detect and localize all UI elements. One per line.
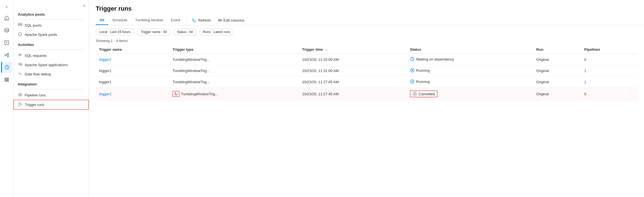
sidebar-item-trigger-runs[interactable]: Trigger runs [13,100,89,110]
svg-rect-1 [5,41,9,45]
sidebar-item-spark-pools[interactable]: Apache Spark pools [13,30,89,39]
edit-columns-icon [218,18,222,22]
svg-rect-14 [18,25,22,26]
svg-point-34 [412,70,413,71]
col-trigger-type: Trigger type [169,45,299,54]
filter-trigger-name[interactable]: Trigger name : All [137,29,170,35]
integrate-icon[interactable] [1,49,12,61]
sidebar-item-sql-requests[interactable]: SQL requests [13,51,89,60]
cell-pipelines: 1 [581,77,637,88]
cell-trigger-name[interactable]: trigger2 [96,54,169,65]
section-activities-title: Activities [13,39,89,48]
filter-runs[interactable]: Runs : Latest runs [199,29,234,35]
waiting-icon [410,57,414,61]
edit-columns-button[interactable]: Edit columns [214,17,248,24]
cell-run: Original [533,88,581,100]
col-pipelines: Pipelines [581,45,637,54]
svg-point-23 [19,93,22,96]
sidebar-item-data-flow[interactable]: Data flow debug [13,69,89,79]
rerun-icon[interactable] [173,91,179,97]
svg-rect-10 [5,78,9,79]
sidebar-collapse-bar: « [13,0,89,9]
cancelled-status-badge: Cancelled [410,91,437,97]
tab-event[interactable]: Event [167,16,184,25]
sql-pools-icon [18,23,22,28]
svg-rect-6 [7,55,9,57]
svg-rect-5 [7,53,9,55]
cell-trigger-time: 10/23/20, 11:32:00 AM [299,54,407,65]
cell-status: Running [407,77,533,88]
svg-point-0 [5,28,9,30]
cell-trigger-name[interactable]: trigger2 [96,88,169,100]
cell-trigger-time: 10/23/20, 11:31:00 AM [299,65,407,77]
tab-bar: All Schedule Tumbling window Event Refre… [96,16,637,25]
svg-point-24 [20,94,21,95]
cell-trigger-type-icon: TumblingWindowTrig... [169,88,299,100]
tab-all[interactable]: All [96,16,108,25]
refresh-button[interactable]: Refresh [189,17,214,24]
data-icon[interactable] [1,25,12,36]
manage-icon[interactable] [1,74,12,85]
cancelled-icon [413,92,417,96]
sql-requests-label: SQL requests [25,54,47,58]
main-header: Trigger runs All Schedule Tumbling windo… [89,0,644,25]
status-badge: Running [410,79,430,84]
cell-trigger-type: TumblingWindowTrig... [169,77,299,88]
svg-rect-11 [5,79,9,80]
cell-status: Running [407,65,533,77]
table-container: Trigger name Trigger type Trigger time ↑… [89,45,644,197]
filter-bar: Local : Last 24 hours Trigger name : All… [89,25,644,39]
svg-point-36 [412,81,413,82]
pipeline-runs-icon [18,92,22,98]
svg-marker-25 [19,103,22,106]
sidebar-item-pipeline-runs[interactable]: Pipeline runs [13,91,89,100]
showing-count: Showing 1 - 4 items [89,39,644,45]
cell-trigger-time: 10/23/20, 11:27:45 AM [299,77,407,88]
cell-run: Original [533,65,581,77]
table-row: trigger2 TumblingWindowTrig... 10/23/20,… [96,88,637,100]
sort-icon: ↑↓ [325,48,328,51]
running-icon [410,79,414,84]
cell-pipelines: 0 [581,54,637,65]
spark-apps-label: Apache Spark applications [25,63,68,67]
spark-apps-icon [18,62,22,68]
tab-schedule[interactable]: Schedule [108,16,131,25]
refresh-red-icon [174,92,178,96]
sidebar-item-spark-apps[interactable]: Apache Spark applications [13,60,89,69]
table-row: trigger1 TumblingWindowTrig... 10/23/20,… [96,65,637,77]
data-flow-label: Data flow debug [25,72,51,76]
pipeline-runs-label: Pipeline runs [25,93,46,97]
cell-trigger-type: TumblingWindowTrig... [169,65,299,77]
cell-status: Waiting on dependency [407,54,533,65]
cell-status: Cancelled [407,88,533,100]
trigger-runs-label: Trigger runs [25,103,45,107]
col-trigger-name: Trigger name [96,45,169,54]
monitor-icon[interactable] [1,62,12,73]
cell-trigger-time: 10/23/20, 11:27:45 AM [299,88,407,100]
cell-pipelines: 0 [581,88,637,100]
develop-icon[interactable] [1,37,12,48]
spark-pools-icon [18,32,22,37]
filter-status[interactable]: Status : All [173,29,196,35]
data-flow-icon [18,71,22,77]
trigger-runs-table: Trigger name Trigger type Trigger time ↑… [96,45,637,100]
refresh-icon [192,18,196,22]
refresh-label: Refresh [198,18,211,22]
sidebar-item-sql-pools[interactable]: SQL pools [13,21,89,30]
col-run: Run [533,45,581,54]
tab-tumbling-window[interactable]: Tumbling window [131,16,167,25]
expand-collapse-icon[interactable]: » [1,2,12,11]
svg-marker-15 [18,33,22,36]
sidebar-collapse-icon[interactable]: « [82,2,86,9]
section-activities: Activities SQL requests Apache Spark app… [13,39,89,79]
svg-rect-4 [5,54,6,56]
table-row: trigger1 TumblingWindowTrig... 10/23/20,… [96,77,637,88]
sql-pools-label: SQL pools [25,23,41,27]
home-icon[interactable] [1,12,12,24]
filter-local[interactable]: Local : Last 24 hours [96,29,134,35]
trigger-runs-icon [18,102,23,107]
cell-run: Original [533,77,581,88]
cell-run: Original [533,54,581,65]
cell-trigger-name: trigger1 [96,65,169,77]
section-integration-title: Integration [13,79,89,88]
